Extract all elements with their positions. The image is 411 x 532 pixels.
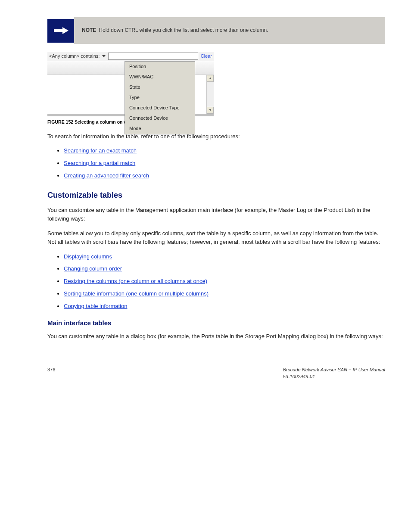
link-displaying-columns[interactable]: Displaying columns — [64, 253, 112, 260]
link-resizing-columns[interactable]: Resizing the columns (one column or all … — [64, 278, 207, 284]
filter-label: <Any column> contains: — [47, 53, 101, 60]
dropdown-item-state[interactable]: State — [125, 82, 195, 93]
note-bar: NOTE Hold down CTRL while you click the … — [74, 17, 385, 44]
note-callout: NOTE Hold down CTRL while you click the … — [47, 17, 385, 44]
list-item: Resizing the columns (one column or all … — [64, 277, 385, 286]
note-label: NOTE — [82, 27, 96, 34]
column-dropdown-caret-icon[interactable] — [102, 55, 106, 57]
scroll-down-icon[interactable]: ▼ — [207, 107, 214, 114]
paragraph-tables-with-scroll: Some tables allow you to display only sp… — [47, 229, 385, 246]
clear-link[interactable]: Clear — [201, 53, 214, 60]
footer-doc-num: 53-1002949-01 — [283, 374, 315, 379]
list-item: Displaying columns — [64, 253, 385, 261]
page-footer: 376 Brocade Network Advisor SAN + IP Use… — [47, 367, 385, 380]
paragraph-after-figure: To search for information in the table, … — [47, 132, 385, 141]
link-exact-match[interactable]: Searching for an exact match — [64, 147, 137, 154]
search-procedure-links: Searching for an exact match Searching f… — [64, 147, 385, 180]
list-item: Sorting table information (one column or… — [64, 290, 385, 298]
footer-doc-info: Brocade Network Advisor SAN + IP User Ma… — [283, 367, 385, 380]
svg-marker-1 — [62, 27, 68, 34]
heading-customizable-tables: Customizable tables — [47, 190, 385, 201]
list-item: Changing column order — [64, 265, 385, 273]
filter-toolbar: <Any column> contains: Clear — [47, 52, 214, 61]
page-number: 376 — [47, 367, 55, 380]
table-feature-links: Displaying columns Changing column order… — [64, 253, 385, 311]
heading-main-interface-tables: Main interface tables — [47, 318, 385, 328]
paragraph-customize-intro: You can customize any table in the Manag… — [47, 206, 385, 223]
filter-input[interactable] — [108, 53, 198, 60]
link-changing-column-order[interactable]: Changing column order — [64, 265, 122, 272]
list-item: Searching for a partial match — [64, 159, 385, 168]
paragraph-table-intro: You can customize any table in a dialog … — [47, 332, 385, 341]
scroll-up-icon[interactable]: ▲ — [207, 75, 214, 82]
column-filter-toolbar: <Any column> contains: Clear ▲ ▼ Positio… — [47, 52, 214, 116]
dropdown-item-connected-device[interactable]: Connected Device — [125, 113, 195, 124]
arrow-right-icon — [47, 19, 74, 43]
note-text: Hold down CTRL while you click the list … — [99, 27, 268, 34]
dropdown-item-position[interactable]: Position — [125, 62, 195, 72]
scrollbar-track[interactable] — [207, 82, 214, 107]
svg-rect-0 — [54, 29, 62, 32]
dropdown-item-mode[interactable]: Mode — [125, 124, 195, 134]
footer-doc-title: Brocade Network Advisor SAN + IP User Ma… — [283, 367, 385, 372]
dropdown-item-type[interactable]: Type — [125, 93, 195, 103]
link-sorting-table[interactable]: Sorting table information (one column or… — [64, 290, 209, 297]
column-dropdown: Position WWN/MAC State Type Connected De… — [125, 61, 195, 134]
dropdown-item-connected-device-type[interactable]: Connected Device Type — [125, 103, 195, 113]
list-item: Copying table information — [64, 302, 385, 311]
link-copying-table[interactable]: Copying table information — [64, 303, 127, 309]
figure-caption: FIGURE 152 Selecting a column on which t… — [47, 119, 385, 125]
list-item: Searching for an exact match — [64, 147, 385, 155]
vertical-scrollbar[interactable]: ▲ ▼ — [206, 75, 214, 114]
dropdown-item-wwn-mac[interactable]: WWN/MAC — [125, 72, 195, 82]
link-partial-match[interactable]: Searching for a partial match — [64, 160, 135, 166]
link-advanced-filter[interactable]: Creating an advanced filter search — [64, 172, 149, 179]
list-item: Creating an advanced filter search — [64, 172, 385, 180]
